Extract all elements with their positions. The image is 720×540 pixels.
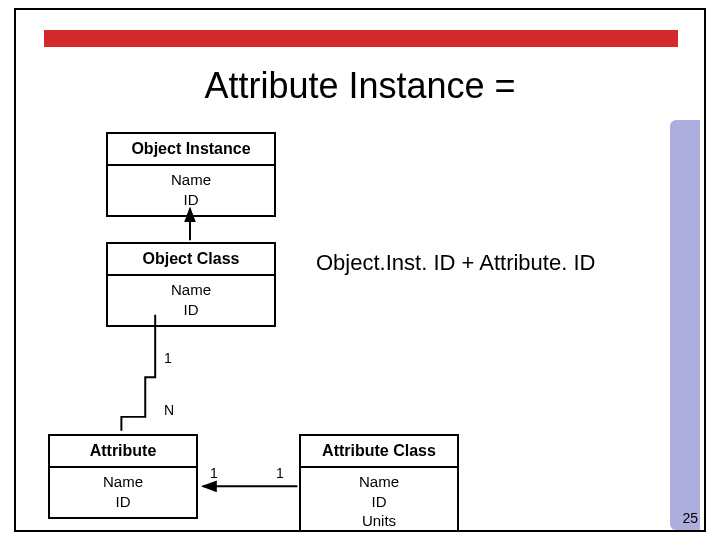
cardinality-one-a: 1 [164,350,172,366]
field-label: Name [58,472,188,492]
field-label: ID [116,190,266,210]
field-label: Name [116,170,266,190]
box-object-instance: Object Instance Name ID [106,132,276,217]
accent-bar [44,30,678,47]
box-object-class-body: Name ID [108,276,274,325]
box-object-class-title: Object Class [108,244,274,276]
cardinality-n: N [164,402,174,418]
cardinality-one-c: 1 [276,465,284,481]
decoration-right [670,120,700,530]
box-attribute-class-body: Name ID Units [301,468,457,532]
field-label: ID [58,492,188,512]
field-label: Name [116,280,266,300]
field-label: Name [309,472,449,492]
formula-text: Object.Inst. ID + Attribute. ID [316,250,595,276]
page-number: 25 [682,510,698,526]
field-label: ID [116,300,266,320]
field-label: ID [309,492,449,512]
field-label: Units [309,511,449,531]
slide-frame: Attribute Instance = Object Instance Nam… [14,8,706,532]
cardinality-one-b: 1 [210,465,218,481]
box-object-instance-body: Name ID [108,166,274,215]
page-title: Attribute Instance = [16,65,704,107]
box-object-class: Object Class Name ID [106,242,276,327]
box-object-instance-title: Object Instance [108,134,274,166]
box-attribute: Attribute Name ID [48,434,198,519]
box-attribute-body: Name ID [50,468,196,517]
box-attribute-class: Attribute Class Name ID Units [299,434,459,532]
box-attribute-title: Attribute [50,436,196,468]
box-attribute-class-title: Attribute Class [301,436,457,468]
